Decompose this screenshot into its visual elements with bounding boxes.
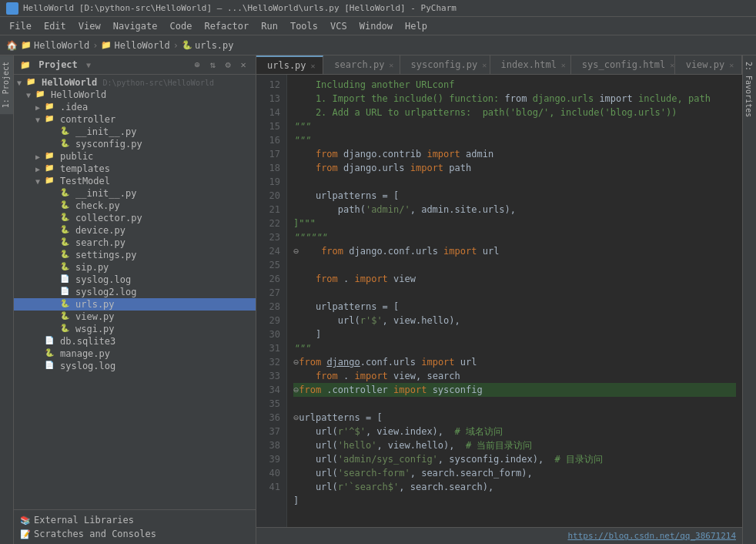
- folder-icon: 📁: [35, 89, 48, 100]
- menu-item-vcs[interactable]: VCS: [324, 19, 353, 33]
- tree-item-helloworld-root[interactable]: ▼ 📁 HelloWorld D:\python-src\HelloWorld: [14, 76, 256, 89]
- close-sidebar-btn[interactable]: ✕: [237, 59, 249, 71]
- breadcrumb-item-2[interactable]: 📁 HelloWorld: [101, 40, 169, 51]
- tree-label: templates: [60, 163, 110, 174]
- sidebar-title: 📁 Project ▼: [20, 59, 191, 70]
- py-icon: 🐍: [60, 237, 72, 248]
- tree-item-init-controller[interactable]: ▶ 🐍 __init__.py: [14, 126, 256, 138]
- tree-label: sip.py: [75, 262, 109, 273]
- tree-item-collector[interactable]: ▶ 🐍 collector.py: [14, 212, 256, 224]
- menu-item-run[interactable]: Run: [255, 19, 284, 33]
- tree-item-syslog-root[interactable]: ▶ 📄 syslog.log: [14, 360, 256, 372]
- close-tab-btn[interactable]: ✕: [561, 61, 566, 69]
- menu-item-view[interactable]: View: [72, 19, 107, 33]
- menu-item-refactor[interactable]: Refactor: [198, 19, 255, 33]
- menu-item-help[interactable]: Help: [399, 19, 433, 33]
- tab-index-html[interactable]: index.html ✕: [490, 55, 571, 74]
- tree-label: settings.py: [75, 250, 136, 260]
- breadcrumb-item-1[interactable]: 📁 HelloWorld: [21, 40, 89, 51]
- arrow-icon: ▼: [35, 116, 45, 124]
- breadcrumb-item-3[interactable]: 🐍 urls.py: [182, 40, 234, 51]
- tree-item-syslog2-log[interactable]: ▶ 📄 syslog2.log: [14, 286, 256, 298]
- arrow-icon: ▶: [35, 103, 45, 112]
- tree-item-check[interactable]: ▶ 🐍 check.py: [14, 200, 256, 212]
- tree-item-helloworld-pkg[interactable]: ▼ 📁 HelloWorld: [14, 89, 256, 101]
- tree-label: view.py: [75, 311, 115, 322]
- tree-item-testmodel[interactable]: ▼ 📁 TestModel: [14, 175, 256, 187]
- tree-label: public: [60, 151, 93, 162]
- tree-item-public[interactable]: ▶ 📁 public: [14, 150, 256, 163]
- breadcrumb: 🏠 📁 HelloWorld › 📁 HelloWorld › 🐍 urls.p…: [0, 35, 756, 55]
- close-tab-btn[interactable]: ✕: [670, 61, 674, 69]
- tree-item-urls[interactable]: ▶ 🐍 urls.py: [14, 298, 256, 311]
- menu-item-window[interactable]: Window: [353, 19, 399, 33]
- breadcrumb-sep-1: ›: [92, 40, 98, 51]
- arrow-icon: ▼: [17, 79, 26, 87]
- tree-item-controller[interactable]: ▼ 📁 controller: [14, 113, 256, 126]
- status-right: https://blog.csdn.net/qq_38671214: [567, 531, 736, 541]
- py-icon: 🐍: [60, 188, 72, 199]
- arrow-icon: ▶: [35, 165, 45, 173]
- code-editor[interactable]: 12131415 16171819 20212223 24252627 2829…: [256, 75, 742, 527]
- menu-item-navigate[interactable]: Navigate: [107, 19, 164, 33]
- close-tab-btn[interactable]: ✕: [482, 61, 487, 69]
- py-icon: 🐍: [60, 225, 72, 236]
- menu-item-code[interactable]: Code: [164, 19, 199, 33]
- status-url[interactable]: https://blog.csdn.net/qq_38671214: [567, 531, 736, 541]
- tree-item-templates[interactable]: ▶ 📁 templates: [14, 163, 256, 175]
- tree-item-sip[interactable]: ▶ 🐍 sip.py: [14, 261, 256, 274]
- tab-view[interactable]: view.py ✕: [675, 55, 742, 74]
- collapse-btn[interactable]: ⇅: [206, 59, 219, 71]
- sidebar-actions: ⊕ ⇅ ⚙ ✕: [191, 59, 249, 71]
- project-tab[interactable]: 1: Project: [0, 55, 13, 114]
- log-icon: 📄: [60, 274, 72, 285]
- tree-item-manage[interactable]: ▶ 🐍 manage.py: [14, 348, 256, 360]
- project-tree: ▼ 📁 HelloWorld D:\python-src\HelloWorld …: [14, 75, 256, 509]
- statusbar: https://blog.csdn.net/qq_38671214: [256, 527, 742, 544]
- code-content[interactable]: Including another URLconf 1. Import the …: [287, 75, 742, 527]
- tree-label: syslog.log: [75, 274, 131, 285]
- tree-item-idea[interactable]: ▶ 📁 .idea: [14, 101, 256, 113]
- titlebar-text: HelloWorld [D:\python-src\HelloWorld] – …: [23, 3, 457, 13]
- tab-sysconfig[interactable]: sysconfig.py ✕: [400, 55, 490, 74]
- tab-label: search.py: [334, 59, 384, 70]
- menu-item-file[interactable]: File: [3, 19, 38, 33]
- tree-label: syslog2.log: [75, 287, 136, 297]
- new-file-btn[interactable]: ⊕: [191, 59, 203, 71]
- tree-label: collector.py: [75, 213, 142, 223]
- tree-item-syslog-log[interactable]: ▶ 📄 syslog.log: [14, 274, 256, 286]
- tree-item-init-testmodel[interactable]: ▶ 🐍 __init__.py: [14, 187, 256, 200]
- py-icon: 🐍: [60, 311, 72, 322]
- tree-item-db[interactable]: ▶ 📄 db.sqlite3: [14, 335, 256, 348]
- tab-search[interactable]: search.py ✕: [323, 55, 400, 74]
- tree-label: __init__.py: [75, 126, 136, 137]
- external-libraries-item[interactable]: 📚 External Libraries: [20, 513, 249, 527]
- editor-tabs: urls.py ✕ search.py ✕ sysconfig.py ✕ ind…: [256, 55, 742, 75]
- tree-item-sysconfig-controller[interactable]: ▶ 🐍 sysconfig.py: [14, 138, 256, 150]
- menu-item-tools[interactable]: Tools: [284, 19, 324, 33]
- folder-icon: 📁: [45, 102, 57, 112]
- tab-urls[interactable]: urls.py ✕: [256, 55, 323, 74]
- settings-btn[interactable]: ⚙: [222, 59, 234, 71]
- tree-item-settings[interactable]: ▶ 🐍 settings.py: [14, 249, 256, 261]
- favorites-tab[interactable]: 2: Favorites: [743, 55, 754, 123]
- scratches-label: Scratches and Consoles: [34, 529, 156, 539]
- tree-item-search[interactable]: ▶ 🐍 search.py: [14, 237, 256, 249]
- tree-item-device[interactable]: ▶ 🐍 device.py: [14, 224, 256, 237]
- titlebar: HelloWorld [D:\python-src\HelloWorld] – …: [0, 0, 756, 17]
- editor-panel: urls.py ✕ search.py ✕ sysconfig.py ✕ ind…: [256, 55, 742, 544]
- scratches-item[interactable]: 📝 Scratches and Consoles: [20, 527, 249, 541]
- tree-label: wsgi.py: [75, 324, 115, 334]
- tree-item-view[interactable]: ▶ 🐍 view.py: [14, 311, 256, 323]
- tree-label: search.py: [75, 237, 125, 248]
- folder-icon: 📁: [45, 176, 57, 186]
- tree-item-wsgi[interactable]: ▶ 🐍 wsgi.py: [14, 323, 256, 335]
- close-tab-btn[interactable]: ✕: [729, 61, 734, 69]
- close-tab-btn[interactable]: ✕: [389, 61, 393, 69]
- close-tab-btn[interactable]: ✕: [311, 62, 316, 70]
- log-icon: 📄: [45, 361, 57, 371]
- folder-icon: 📁: [45, 151, 57, 162]
- menu-item-edit[interactable]: Edit: [38, 19, 72, 33]
- tab-sys-config-html[interactable]: sys_config.html ✕: [571, 55, 675, 74]
- external-libraries-label: External Libraries: [34, 515, 134, 526]
